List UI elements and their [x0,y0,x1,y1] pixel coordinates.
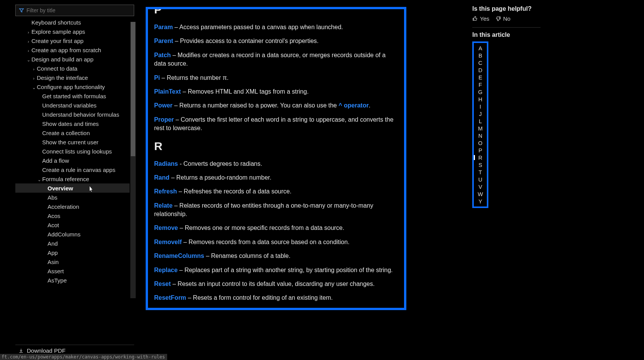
thumbs-up-icon [472,16,478,21]
nav-item[interactable]: ›Design the interface [15,73,130,82]
alpha-link[interactable]: W [474,190,487,198]
section-heading: R [154,138,398,154]
nav-item-label: Create your first app [31,38,84,44]
nav-item[interactable]: AddColumns [15,230,130,239]
alpha-link[interactable]: R [474,154,487,161]
nav-item[interactable]: Assert [15,266,130,276]
nav-item[interactable]: ›Explore sample apps [15,27,130,36]
nav-item[interactable]: Acos [15,211,130,220]
nav-item[interactable]: Get started with formulas [15,91,130,101]
nav-item-label: Design the interface [37,74,88,81]
alpha-link[interactable]: I [474,103,487,110]
alpha-link[interactable]: P [474,147,487,154]
inline-link[interactable]: ^ operator [338,102,369,109]
nav-item[interactable]: ⌄Configure app functionality [15,82,130,91]
alpha-link[interactable]: V [474,183,487,190]
alpha-link[interactable]: J [474,110,487,117]
formula-entry: Radians - Converts degrees to radians. [154,160,398,168]
formula-link[interactable]: Parent [154,38,173,44]
formula-link[interactable]: Proper [154,116,174,123]
formula-link[interactable]: Pi [154,74,160,81]
alpha-link[interactable]: T [474,168,487,176]
helpful-question: Is this page helpful? [472,5,549,12]
nav-item[interactable]: Create a collection [15,128,130,137]
nav-item[interactable]: Acot [15,220,130,230]
nav-item[interactable]: Connect lists using lookups [15,147,130,156]
formula-desc: – Returns the number π. [160,74,228,81]
nav-tree: Keyboard shortcuts›Explore sample apps›C… [15,18,130,285]
formula-link[interactable]: PlainText [154,88,181,95]
nav-item-label: Understand behavior formulas [42,111,119,118]
helpful-yes[interactable]: Yes [472,15,489,22]
scrollbar-thumb[interactable] [131,22,135,156]
formula-entry: ResetForm – Resets a form control for ed… [154,294,398,302]
alpha-link[interactable]: S [474,161,487,168]
formula-link[interactable]: Replace [154,267,177,273]
alpha-link[interactable]: N [474,132,487,139]
nav-item[interactable]: And [15,239,130,248]
alpha-link[interactable]: D [474,66,487,74]
nav-item[interactable]: ›Create your first app [15,36,130,45]
formula-link[interactable]: RenameColumns [154,253,204,259]
formula-entry: Param – Access parameters passed to a ca… [154,23,398,31]
alpha-link[interactable]: U [474,176,487,183]
formula-desc: – Replaces part of a string with another… [177,267,393,273]
nav-item-label: Acos [48,213,60,219]
nav-item[interactable]: Add a flow [15,156,130,165]
nav-item[interactable]: ›Connect to data [15,64,130,73]
alpha-link[interactable]: C [474,59,487,66]
alpha-link[interactable]: L [474,117,487,125]
chevron-right-icon: › [26,39,31,44]
filter-box[interactable] [15,5,134,16]
formula-link[interactable]: Rand [154,174,169,181]
formula-link[interactable]: ResetForm [154,294,186,301]
formula-link[interactable]: Relate [154,202,172,209]
nav-item[interactable]: ⌄Design and build an app [15,54,130,64]
alphabet-nav: ABCDEFGHIJLMNOPRSTUVWY [472,41,488,208]
formula-link[interactable]: Revert [154,309,173,310]
nav-item[interactable]: ›Create an app from scratch [15,45,130,54]
nav-item[interactable]: Asin [15,257,130,266]
formula-link[interactable]: Remove [154,225,178,231]
formula-desc: – Provides access to a container control… [173,38,319,44]
alpha-link[interactable]: G [474,88,487,96]
formula-entry: Proper – Converts the first letter of ea… [154,116,398,133]
nav-item[interactable]: Keyboard shortcuts [15,18,130,27]
alpha-link[interactable]: O [474,139,487,147]
formula-link[interactable]: Reset [154,281,171,287]
chevron-right-icon: › [26,30,31,35]
formula-entry: RenameColumns – Renames columns of a tab… [154,252,398,260]
formula-link[interactable]: Param [154,24,173,30]
nav-item[interactable]: ⌄Formula reference [15,174,130,183]
thumbs-down-icon [495,16,501,21]
helpful-no[interactable]: No [495,15,510,22]
alpha-link[interactable]: A [474,45,487,52]
formula-link[interactable]: Refresh [154,188,177,195]
formula-link[interactable]: RemoveIf [154,239,182,245]
alpha-link[interactable]: E [474,74,487,81]
alpha-link[interactable]: M [474,125,487,132]
nav-item[interactable]: Understand variables [15,101,130,110]
download-icon [18,348,24,353]
alpha-link[interactable]: F [474,81,487,88]
nav-item[interactable]: Overview [15,183,130,193]
formula-link[interactable]: Radians [154,160,178,167]
alpha-link[interactable]: B [474,52,487,59]
chevron-down-icon: ⌄ [31,85,36,90]
nav-item[interactable]: Show dates and times [15,119,130,128]
formula-entry: Relate – Relates records of two entities… [154,201,398,219]
formula-link[interactable]: Power [154,102,172,109]
formula-link[interactable]: Patch [154,52,171,58]
filter-input[interactable] [26,7,131,13]
nav-item[interactable]: Show the current user [15,137,130,147]
nav-item[interactable]: Create a rule in canvas apps [15,165,130,174]
nav-item[interactable]: Abs [15,193,130,202]
formula-entry: RemoveIf – Removes records from a data s… [154,238,398,246]
nav-item[interactable]: App [15,248,130,257]
nav-item[interactable]: AsType [15,276,130,285]
alpha-link[interactable]: Y [474,198,487,205]
nav-item[interactable]: Understand behavior formulas [15,110,130,119]
nav-item[interactable]: Acceleration [15,202,130,211]
nav-item-label: Explore sample apps [31,28,85,35]
alpha-link[interactable]: H [474,96,487,103]
